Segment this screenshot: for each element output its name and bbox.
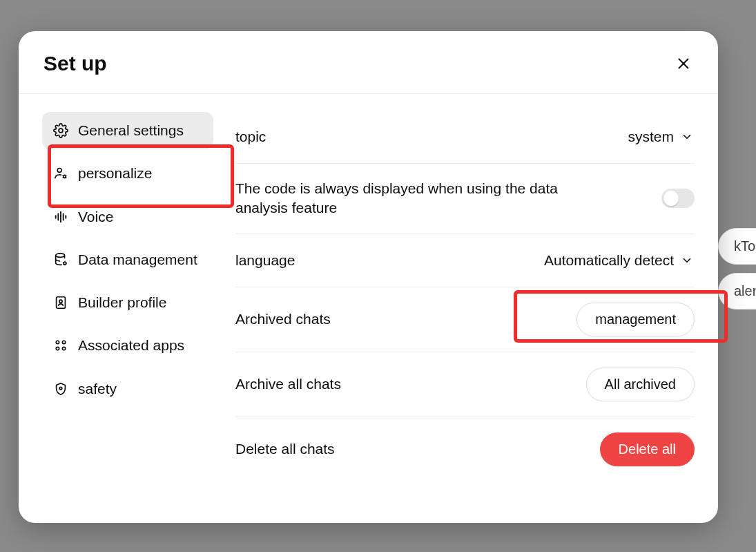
archived-management-button[interactable]: management (576, 303, 695, 336)
sidebar-item-associated-apps[interactable]: Associated apps (42, 327, 213, 364)
code-display-toggle[interactable] (661, 189, 695, 208)
sidebar-item-label: Builder profile (78, 294, 166, 312)
svg-point-4 (64, 175, 66, 178)
svg-point-10 (56, 254, 65, 258)
select-value: system (628, 129, 674, 145)
sidebar-item-label: personalize (78, 164, 152, 182)
svg-point-15 (62, 341, 65, 344)
select-value: Automatically detect (544, 252, 674, 269)
sidebar-item-label: safety (78, 380, 117, 398)
svg-point-14 (56, 341, 59, 344)
setting-label: topic (235, 127, 266, 146)
sidebar-item-label: Data management (78, 251, 197, 269)
sidebar-item-safety[interactable]: safety (42, 370, 213, 408)
language-select[interactable]: Automatically detect (543, 249, 695, 272)
setting-label: Archive all chats (235, 374, 341, 394)
delete-all-button[interactable]: Delete all (600, 432, 695, 466)
setting-row-topic: topic system (235, 111, 695, 164)
setting-row-archived-chats: Archived chats management (235, 287, 695, 352)
modal-body: General settings personalize Voice Data … (19, 94, 718, 523)
setting-label: Delete all chats (235, 439, 335, 459)
setting-label: Archived chats (235, 310, 331, 329)
settings-content: topic system The code is always displaye… (226, 106, 718, 516)
svg-point-13 (59, 300, 62, 303)
setting-row-language: language Automatically detect (235, 234, 695, 287)
setting-row-delete-all: Delete all chats Delete all (235, 417, 695, 482)
modal-header: Set up (19, 31, 718, 94)
svg-point-3 (57, 169, 61, 173)
apps-grid-icon (53, 338, 68, 353)
setting-row-archive-all: Archive all chats All archived (235, 352, 695, 417)
settings-sidebar: General settings personalize Voice Data … (19, 106, 226, 516)
close-button[interactable] (674, 54, 693, 73)
chevron-down-icon (681, 254, 693, 267)
sound-wave-icon (53, 209, 68, 225)
gear-icon (53, 123, 68, 138)
database-icon (53, 252, 68, 267)
setting-label: The code is always displayed when using … (235, 179, 594, 218)
sidebar-item-builder-profile[interactable]: Builder profile (42, 284, 213, 321)
archive-all-button[interactable]: All archived (586, 368, 695, 401)
sidebar-item-data-management[interactable]: Data management (42, 241, 213, 278)
topic-select[interactable]: system (626, 126, 695, 148)
svg-point-2 (59, 129, 63, 133)
chevron-down-icon (681, 131, 693, 143)
svg-point-17 (62, 348, 65, 350)
sidebar-item-label: Associated apps (78, 336, 184, 354)
sidebar-item-general-settings[interactable]: General settings (42, 112, 213, 149)
toggle-knob (663, 191, 679, 206)
sidebar-item-voice[interactable]: Voice (42, 198, 213, 236)
setting-label: language (235, 251, 295, 270)
close-icon (676, 56, 691, 71)
id-card-icon (53, 295, 68, 310)
sidebar-item-label: Voice (78, 208, 113, 226)
sidebar-item-label: General settings (78, 122, 184, 140)
svg-point-16 (56, 348, 59, 350)
setting-row-code-toggle: The code is always displayed when using … (235, 164, 695, 234)
person-gear-icon (53, 166, 68, 181)
shield-icon (53, 381, 68, 397)
settings-modal: Set up General settings personalize (19, 31, 718, 523)
sidebar-item-personalize[interactable]: personalize (42, 155, 213, 192)
modal-title: Set up (43, 52, 107, 75)
svg-point-18 (59, 387, 62, 390)
